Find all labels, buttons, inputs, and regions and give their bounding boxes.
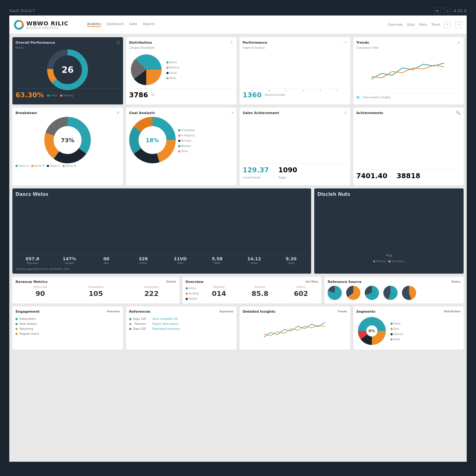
- header-link[interactable]: Overview: [388, 23, 403, 26]
- bar-chart: [356, 117, 461, 163]
- menu-icon[interactable]: ↗: [455, 21, 462, 28]
- mini-donut: [365, 286, 379, 300]
- card-insights: Detailed InsightsTrends: [240, 306, 350, 350]
- upload-icon[interactable]: ↑: [444, 21, 451, 28]
- card-wide-bars: Daxcs Welos 057.8Overview147%Growth00Idl…: [12, 188, 311, 274]
- card-gauge: Overall Performance○ Metrics 26 63.30%: [12, 37, 123, 104]
- pie-chart: [129, 53, 163, 87]
- clock: 4:05 E: [454, 9, 467, 13]
- nav-item[interactable]: Sales: [129, 22, 138, 27]
- bar-chart: ABCDEF: [243, 51, 347, 88]
- nav-item[interactable]: Reports: [143, 22, 155, 27]
- card-reference: Reference SourceStatus: [324, 277, 464, 303]
- app-name: SALE DISUCT: [9, 9, 35, 13]
- refresh-icon[interactable]: ↻: [117, 111, 120, 115]
- card-references: ReferencesSegments Page 120PartnersData …: [126, 306, 237, 350]
- line-chart: [356, 51, 461, 88]
- gauge-value: 26: [46, 48, 89, 91]
- brand-subtitle: BUSINESS ANALYTICS: [26, 27, 68, 29]
- card-pie: Distribution⇩ Category Breakdown Direct …: [126, 37, 237, 104]
- card-bars: Performance⋯ Segment Analysis ABCDEF 136…: [240, 37, 350, 104]
- card-title: Trends: [356, 41, 369, 45]
- expand-icon[interactable]: ⤢: [457, 40, 461, 45]
- donut-center: 18%: [129, 117, 176, 163]
- bar-chart: [243, 117, 347, 163]
- gauge-chart: 26: [46, 48, 89, 91]
- card-title: Distribution: [129, 41, 152, 45]
- card-subtitle: Comparison Index: [356, 46, 461, 49]
- logo-icon: [14, 20, 24, 30]
- line-chart: [243, 315, 347, 343]
- mini-donut: [402, 286, 416, 300]
- card-sales-bars: Sales Achievement⤢ 129.37Current Period …: [240, 108, 350, 185]
- stat-value: 63.30%: [15, 91, 44, 99]
- card-title: Overall Performance: [15, 41, 55, 45]
- expand-icon[interactable]: ⤢: [344, 111, 347, 115]
- card-wide-right: Discleh Nuts Aug Primary Secondary: [314, 188, 464, 274]
- card-subtitle: Category Breakdown: [129, 46, 234, 49]
- bar-chart: [317, 199, 461, 252]
- card-revenue: Revenue MetricsDetails Orders Out90Trans…: [12, 277, 179, 303]
- card-overview: OverviewGet More Active Pending Stalled …: [183, 277, 322, 303]
- mini-donut: [383, 286, 398, 300]
- card-title: Performance: [243, 41, 267, 45]
- card-donut-a: Breakdown↻ 73% Series A Series B Series …: [12, 108, 123, 185]
- header-link[interactable]: Trend: [431, 23, 440, 26]
- stat-value: 1360: [243, 91, 262, 99]
- header-link[interactable]: Stats: [407, 23, 415, 26]
- more-icon[interactable]: ⋯: [343, 40, 347, 45]
- download-icon[interactable]: ⇩: [230, 40, 233, 45]
- stat-value: 3786: [129, 91, 148, 99]
- card-subtitle: Segment Analysis: [243, 46, 347, 49]
- mini-donut: [346, 286, 360, 300]
- search-icon[interactable]: 🔍: [456, 111, 461, 115]
- donut-center: 73%: [15, 117, 120, 163]
- settings-icon[interactable]: ⚙: [434, 7, 441, 14]
- mini-donut: [328, 286, 342, 300]
- info-icon[interactable]: ○: [117, 40, 120, 45]
- bar-chart: [15, 199, 308, 252]
- nav-item[interactable]: Analytics: [87, 22, 101, 27]
- export-icon[interactable]: ↗: [444, 7, 451, 14]
- header-link[interactable]: More: [419, 23, 427, 26]
- card-segments: SegmentsDistribution 0% Alpha: [353, 306, 464, 350]
- app-header: WBWO RILIC BUSINESS ANALYTICS Analytics …: [9, 15, 467, 34]
- main-nav: Analytics Dashboard Sales Reports: [87, 22, 155, 27]
- card-donut-b: Goal Analysis▾ 18% Completed: [126, 108, 237, 185]
- globe-icon: 🌐: [356, 96, 359, 99]
- brand-title: WBWO RILIC: [26, 20, 68, 27]
- filter-icon[interactable]: ▾: [231, 111, 233, 115]
- card-achieve-bars: Achievements🔍 7401.40 38818: [353, 108, 464, 185]
- nav-item[interactable]: Dashboard: [107, 22, 123, 27]
- card-line: Trends⤢ Comparison Index 🌐 View analytic…: [353, 37, 464, 104]
- window-topbar: SALE DISUCT ⚙ ↗ 4:05 E: [0, 6, 476, 15]
- card-engagement: EngagementOverview SubscribersNew Visito…: [12, 306, 123, 350]
